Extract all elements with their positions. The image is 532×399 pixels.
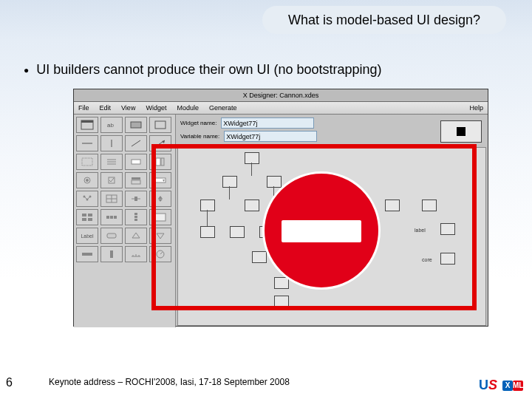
widget-name-input[interactable] [221,117,314,129]
svg-rect-31 [82,214,86,216]
svg-rect-38 [134,213,137,215]
canvas-node[interactable] [274,296,289,307]
tool-table-icon[interactable] [100,191,123,207]
svg-rect-37 [114,216,117,219]
tool-push-icon[interactable] [100,228,123,244]
svg-rect-19 [132,180,140,184]
tool-col-icon[interactable] [125,209,147,225]
tool-radio-icon[interactable] [76,172,98,188]
svg-rect-40 [134,219,137,221]
tool-label-text[interactable]: Label [76,228,98,244]
canvas-node[interactable] [222,176,237,188]
tool-dial-icon[interactable] [149,246,171,262]
svg-rect-4 [155,121,166,129]
canvas-node[interactable] [422,200,437,211]
svg-rect-35 [106,216,109,219]
canvas-node[interactable] [385,200,400,211]
menu-module[interactable]: Module [177,104,199,112]
menu-edit[interactable]: Edit [100,104,112,112]
svg-line-25 [87,197,90,200]
slide-title-pill: What is model-based UI design? [262,6,506,34]
tool-label-icon[interactable]: ab [100,117,123,133]
svg-rect-3 [131,122,141,128]
svg-rect-41 [155,214,166,221]
tool-text-icon[interactable] [125,154,147,170]
bullet-text: UI builders cannot produce their own UI … [36,62,381,78]
canvas-node[interactable] [440,223,455,235]
tool-grid2-icon[interactable] [76,209,98,225]
canvas-label: core [422,257,432,262]
tool-diag-icon[interactable] [125,135,147,151]
svg-rect-14 [161,158,164,166]
window-title: X Designer: Cannon.xdes [243,92,319,99]
logo-x: X [502,381,513,391]
tool-hsep-icon[interactable] [76,135,98,151]
widget-toolbox: ab [74,115,176,327]
window-titlebar: X Designer: Cannon.xdes [74,89,488,102]
canvas-node[interactable] [245,152,259,164]
tool-frame-icon[interactable] [149,117,171,133]
tool-tree-icon[interactable] [76,191,98,207]
svg-line-7 [132,140,140,146]
bullet-row: ● UI builders cannot produce their own U… [24,62,382,78]
svg-rect-1 [81,120,93,123]
svg-rect-42 [107,233,116,238]
tool-up-icon[interactable] [125,228,147,244]
no-entry-sign [262,171,381,290]
menu-view[interactable]: View [121,104,135,112]
tool-row-icon[interactable] [100,209,123,225]
menu-widget[interactable]: Widget [146,104,166,112]
canvas-node[interactable] [440,253,455,265]
tool-arrow-icon[interactable] [149,135,171,151]
svg-rect-43 [82,253,92,256]
tool-vbar-icon[interactable] [100,246,123,262]
tool-grid-icon[interactable] [76,154,98,170]
tool-menu-icon[interactable] [125,172,147,188]
canvas-node[interactable] [230,226,245,238]
tool-canvas-icon[interactable] [149,209,171,225]
tool-scroll-icon[interactable] [149,154,171,170]
svg-rect-13 [156,158,160,166]
menu-file[interactable]: File [78,104,89,112]
svg-rect-8 [82,158,92,166]
tool-spin-icon[interactable] [149,191,171,207]
tool-list-icon[interactable] [100,154,123,170]
tool-slider-icon[interactable] [125,191,147,207]
tool-window-icon[interactable] [76,117,98,133]
canvas-node[interactable] [200,226,215,238]
preview-square-icon [457,127,466,136]
svg-rect-32 [88,214,92,216]
tool-scale-icon[interactable] [125,246,147,262]
svg-text:ab: ab [107,122,114,129]
tool-down-icon[interactable] [149,228,171,244]
tool-combo-icon[interactable] [149,172,171,188]
svg-line-24 [84,197,87,200]
tool-button-icon[interactable] [125,117,147,133]
footer-text: Keynote address – ROCHI'2008, Iasi, 17-1… [49,377,290,387]
variable-name-input[interactable] [224,131,317,142]
logo-u: U [479,378,488,393]
canvas-node[interactable] [245,200,259,211]
tool-vsep-icon[interactable] [100,135,123,151]
canvas-node[interactable] [200,200,215,211]
svg-rect-44 [110,250,113,258]
svg-rect-30 [134,197,137,201]
svg-rect-33 [82,218,86,221]
logo-ml: ML [513,381,523,391]
menu-help[interactable]: Help [469,104,483,112]
tool-check-icon[interactable] [100,172,123,188]
svg-rect-12 [132,160,140,164]
svg-rect-18 [132,177,140,180]
variable-name-label: Variable name: [180,133,219,140]
svg-rect-34 [88,218,92,221]
svg-rect-39 [134,216,137,218]
logo-s: S [488,378,497,393]
widget-name-label: Widget name: [180,120,216,126]
slide-title: What is model-based UI design? [288,13,480,28]
page-number: 6 [6,376,13,389]
menu-bar: File Edit View Widget Module Generate He… [74,102,488,115]
usixml-logo: U S X ML [479,378,523,393]
svg-rect-36 [110,216,113,219]
tool-hbar-icon[interactable] [76,246,98,262]
menu-generate[interactable]: Generate [209,104,237,112]
